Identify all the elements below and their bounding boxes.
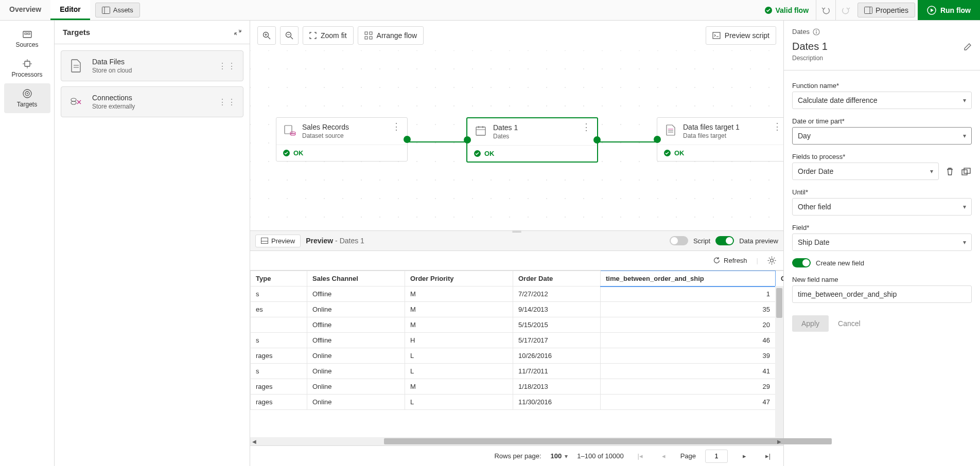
cancel-button[interactable]: Cancel xyxy=(838,315,861,332)
table-row[interactable]: OfflineM5/15/2015209400995856/4/2015360 xyxy=(251,317,784,333)
zoom-out-button[interactable] xyxy=(280,26,299,45)
properties-button[interactable]: Properties xyxy=(857,3,915,17)
tab-editor[interactable]: Editor xyxy=(50,0,90,20)
drag-handle-icon[interactable]: ⋮⋮ xyxy=(218,61,237,71)
fields-to-process-label: Fields to process* xyxy=(792,153,972,160)
node-menu-button[interactable]: ⋮ xyxy=(773,123,782,139)
page-input[interactable] xyxy=(705,450,728,463)
node-sales-records[interactable]: Sales Records Dataset source ⋮ OK xyxy=(276,117,408,162)
next-page-button[interactable]: ▸ xyxy=(737,449,751,463)
leftnav-targets[interactable]: Targets xyxy=(4,83,50,113)
cell: Offline xyxy=(307,317,405,333)
cell: rages xyxy=(251,348,307,364)
node-data-files-target[interactable]: Data files target 1 Data files target ⋮ … xyxy=(657,117,783,162)
tab-overview[interactable]: Overview xyxy=(0,0,50,20)
table-row[interactable]: ragesOnlineL11/30/2016476598781941/16/20… xyxy=(251,395,784,410)
table-row[interactable]: ragesOnlineL10/26/20163917459019412/4/20… xyxy=(251,348,784,364)
first-page-button[interactable]: |◂ xyxy=(633,449,647,463)
vertical-scrollbar[interactable] xyxy=(775,286,783,437)
leftnav-sources[interactable]: Sources xyxy=(4,25,50,53)
zoom-in-button[interactable] xyxy=(257,26,276,45)
output-port[interactable] xyxy=(593,136,601,144)
prev-page-button[interactable]: ◂ xyxy=(657,449,671,463)
leftnav-processors[interactable]: Processors xyxy=(4,53,50,83)
connection-line xyxy=(404,141,471,142)
until-select[interactable]: Other field ▾ xyxy=(792,198,972,216)
cell: 47 xyxy=(601,395,776,410)
check-circle-icon xyxy=(474,150,481,157)
field-select[interactable]: Ship Date ▾ xyxy=(792,234,972,251)
table-row[interactable]: sOfflineM7/27/201214433689957/28/2012159… xyxy=(251,286,784,302)
apply-button[interactable]: Apply xyxy=(792,315,829,332)
data-preview-toggle[interactable] xyxy=(715,236,734,245)
function-name-select[interactable]: Calculate date difference ▾ xyxy=(792,92,972,109)
col-header[interactable]: Order ID xyxy=(776,271,784,286)
cell: 1 xyxy=(601,286,776,302)
page-label: Page xyxy=(680,452,696,460)
breadcrumb-text: Dates xyxy=(792,28,810,35)
fields-to-process-select[interactable]: Order Date ▾ xyxy=(792,163,939,180)
preview-chip-button[interactable]: Preview xyxy=(255,235,301,247)
horizontal-scrollbar[interactable]: ◀ ▶ xyxy=(250,437,783,445)
redo-icon xyxy=(841,6,850,14)
flow-canvas[interactable]: Sales Records Dataset source ⋮ OK xyxy=(250,50,783,230)
node-menu-button[interactable]: ⋮ xyxy=(582,123,591,140)
last-page-button[interactable]: ▸| xyxy=(761,449,775,463)
remove-field-button[interactable] xyxy=(944,166,955,177)
create-new-field-label: Create new field xyxy=(816,259,864,267)
leftnav-processors-label: Processors xyxy=(11,71,42,78)
input-port[interactable] xyxy=(654,136,661,143)
run-flow-button[interactable]: Run flow xyxy=(918,0,980,20)
node-dates-1[interactable]: Dates 1 Dates ⋮ OK xyxy=(466,117,598,163)
new-field-name-input[interactable]: time_between_order_and_ship xyxy=(792,285,972,303)
cell: s xyxy=(251,286,307,302)
table-row[interactable]: sOnlineL11/7/20114183019288712/18/201113… xyxy=(251,364,784,379)
table-row[interactable]: esOnlineM9/14/20133566759351410/19/20134… xyxy=(251,302,784,317)
script-toggle[interactable] xyxy=(670,236,688,245)
undo-button[interactable] xyxy=(816,0,835,20)
svg-rect-3 xyxy=(865,7,872,13)
check-circle-icon xyxy=(283,149,290,157)
info-icon[interactable] xyxy=(813,28,820,35)
col-header[interactable]: Sales Channel xyxy=(307,271,405,286)
col-header[interactable]: Order Priority xyxy=(405,271,513,286)
arrange-flow-button[interactable]: Arrange flow xyxy=(358,26,424,45)
drag-handle-icon[interactable]: ⋮⋮ xyxy=(218,97,237,107)
table-row[interactable]: sOfflineH5/17/2017468808115367/2/2017562 xyxy=(251,333,784,348)
cell: M xyxy=(405,286,513,302)
refresh-button[interactable]: Refresh xyxy=(713,257,747,264)
scroll-right-arrow[interactable]: ▶ xyxy=(775,437,783,445)
zoom-fit-button[interactable]: Zoom fit xyxy=(303,26,354,45)
cell: 29 xyxy=(601,379,776,395)
chevron-down-icon: ▾ xyxy=(963,203,966,210)
date-time-part-label: Date or time part* xyxy=(792,117,972,125)
col-header[interactable]: Type xyxy=(251,271,307,286)
edit-title-button[interactable] xyxy=(964,43,972,51)
redo-button[interactable] xyxy=(835,0,855,20)
col-header-highlighted[interactable]: time_between_order_and_ship xyxy=(601,271,776,286)
node-menu-button[interactable]: ⋮ xyxy=(392,123,401,139)
settings-button[interactable] xyxy=(767,256,776,265)
output-port[interactable] xyxy=(404,136,411,143)
pencil-icon xyxy=(964,43,972,51)
cell: 10/26/2016 xyxy=(513,348,601,364)
svg-rect-62 xyxy=(962,170,967,175)
target-card-connections[interactable]: Connections Store externally ⋮⋮ xyxy=(61,86,243,117)
bulk-select-button[interactable] xyxy=(960,166,972,177)
scroll-left-arrow[interactable]: ◀ xyxy=(250,437,258,445)
input-port[interactable] xyxy=(464,136,471,144)
resize-grip-icon[interactable]: ══ xyxy=(512,228,521,235)
collapse-icon[interactable] xyxy=(234,29,241,36)
col-header[interactable]: Order Date xyxy=(513,271,601,286)
rows-per-page-select[interactable]: 100 ▾ xyxy=(551,452,568,460)
date-time-part-select[interactable]: Day ▾ xyxy=(792,127,972,145)
cell: M xyxy=(405,317,513,333)
svg-rect-31 xyxy=(370,32,372,34)
target-card-data-files[interactable]: Data Files Store on cloud ⋮⋮ xyxy=(61,50,243,81)
cell: rages xyxy=(251,395,307,410)
preview-script-button[interactable]: Preview script xyxy=(706,26,776,45)
assets-button[interactable]: Assets xyxy=(95,3,140,17)
create-new-field-toggle[interactable] xyxy=(792,258,811,267)
table-row[interactable]: ragesOnlineM1/18/2013294257934452/16/201… xyxy=(251,379,784,395)
preview-action-row: Refresh | xyxy=(250,251,783,271)
